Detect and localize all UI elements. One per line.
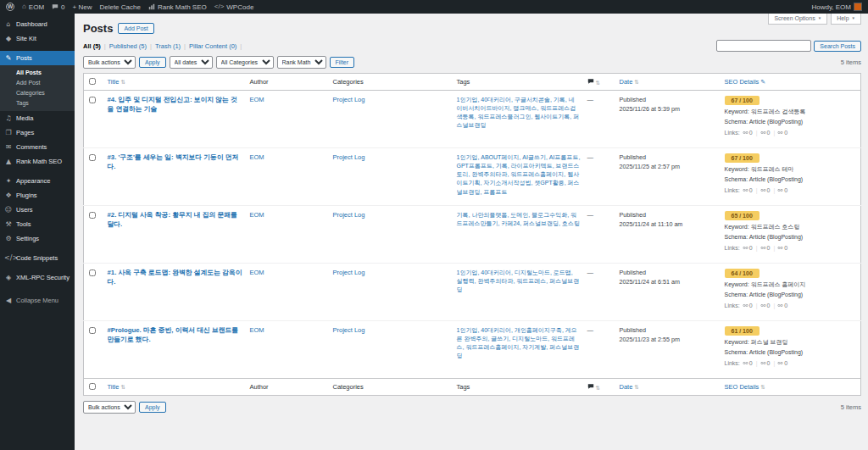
category-link[interactable]: Project Log [333, 153, 365, 161]
category-link[interactable]: Project Log [333, 96, 365, 103]
bulk-actions-select[interactable]: Bulk actions [83, 56, 136, 69]
apply-button-bottom[interactable]: Apply [139, 402, 166, 413]
new-label: + New [73, 3, 92, 11]
seo-keyword-value: 워드프레스 홈페이지 [751, 281, 806, 287]
sidebar-item-label: Posts [16, 54, 32, 62]
rank-math-filter-select[interactable]: Rank Math [277, 56, 326, 69]
select-all-checkbox[interactable] [89, 78, 96, 85]
rank-math-icon [148, 3, 155, 10]
sidebar-item-pages[interactable]: ❐ Pages [0, 125, 75, 140]
new-content-menu[interactable]: + New [73, 3, 92, 11]
sidebar-item-settings[interactable]: ⚙ Settings [0, 231, 75, 246]
tags-links[interactable]: 1인기업, 40대커리어, 개인홈페이지구축, 게으른 완벽주의, 글쓰기, 디… [457, 326, 581, 361]
site-name-menu[interactable]: ⌂ EOM [22, 3, 44, 11]
users-icon: ☺ [4, 206, 13, 214]
sidebar-item-code-snippets[interactable]: </> Code Snippets [0, 251, 75, 265]
view-published-link[interactable]: Published (5) [109, 42, 147, 50]
comments-menu[interactable]: 0 [52, 3, 64, 11]
bulk-actions-select-bottom[interactable]: Bulk actions [83, 401, 136, 414]
row-checkbox[interactable] [89, 154, 96, 161]
sidebar-item-xmlrpc-security[interactable]: ◈ XML-RPC Security [0, 270, 75, 285]
submenu-add-post[interactable]: Add Post [0, 77, 75, 87]
sidebar-item-dashboard[interactable]: ⌂ Dashboard [0, 17, 75, 31]
posts-table: Title⇅ Author Categories Tags ⇅ Date⇅ SE… [83, 73, 861, 396]
date-filter-select[interactable]: All dates [170, 56, 213, 69]
seo-keyword-value: 워드프레스 검색등록 [751, 108, 806, 114]
footer-header-comments[interactable]: ⇅ [584, 379, 616, 396]
category-link[interactable]: Project Log [333, 326, 365, 334]
sidebar-item-media[interactable]: ♫ Media [0, 111, 75, 125]
sidebar-item-users[interactable]: ☺ Users [0, 203, 75, 217]
author-link[interactable]: EOM [250, 153, 264, 161]
footer-header-title[interactable]: Title⇅ [104, 379, 247, 396]
row-checkbox[interactable] [89, 97, 96, 103]
sort-icon: ⇅ [120, 79, 125, 85]
wordpress-logo-menu[interactable]: W [6, 3, 14, 11]
apply-button[interactable]: Apply [139, 57, 166, 68]
sidebar-item-plugins[interactable]: ❖ Plugins [0, 188, 75, 203]
search-input[interactable] [716, 40, 811, 52]
comments-icon: ✉ [4, 143, 13, 151]
select-all-checkbox[interactable] [89, 383, 96, 390]
view-pillar-content-link[interactable]: Pillar Content (0) [189, 42, 236, 50]
wpcode-label: WPCode [226, 3, 253, 11]
post-title-link[interactable]: #3. '구조'를 세우는 일: 벽지보다 기둥이 먼저다. [108, 153, 243, 172]
delete-cache-menu[interactable]: Delete Cache [99, 3, 140, 11]
column-seo-label: SEO Details [725, 383, 760, 391]
category-filter-select[interactable]: All Categories [216, 56, 274, 69]
post-title-link[interactable]: #1. 사옥 구축 로드맵: 완벽한 설계도는 감옥이다. [108, 269, 243, 287]
sidebar-item-appearance[interactable]: ✦ Appearance [0, 174, 75, 188]
footer-header-seo-details[interactable]: SEO Details⇅ [721, 379, 861, 396]
screen-options-button[interactable]: Screen Options ▼ [768, 14, 827, 25]
add-post-button[interactable]: Add Post [118, 23, 153, 34]
column-header-comments[interactable]: ⇅ [584, 74, 616, 91]
comment-bubble-icon [52, 3, 58, 10]
incoming-link-icon [777, 303, 783, 308]
category-link[interactable]: Project Log [333, 211, 365, 219]
seo-links-label: Links: [725, 244, 740, 252]
collapse-menu-button[interactable]: ◀ Collapse Menu [0, 293, 75, 308]
sidebar-item-rank-math[interactable]: ▲ Rank Math SEO [0, 154, 75, 169]
filter-button[interactable]: Filter [330, 57, 355, 68]
wordpress-logo-icon: W [6, 3, 14, 11]
wpcode-menu[interactable]: </> WPCode [214, 3, 254, 11]
help-button[interactable]: Help ▼ [831, 14, 861, 25]
author-link[interactable]: EOM [250, 96, 264, 103]
column-header-seo-details[interactable]: SEO Details✎ [721, 74, 861, 91]
column-header-title[interactable]: Title⇅ [104, 74, 247, 91]
external-links-count: 0 [760, 129, 776, 136]
rank-math-menu[interactable]: Rank Math SEO [148, 3, 207, 11]
row-checkbox[interactable] [89, 327, 96, 334]
post-title-link[interactable]: #Prologue. 마흔 중반, 이력서 대신 브랜드를 만들기로 했다. [108, 326, 243, 345]
tags-links[interactable]: 1인기업, 40대커리어, 디지털노마드, 로드맵, 실행력, 완벽주의타파, … [457, 269, 581, 294]
submenu-tags[interactable]: Tags [0, 97, 75, 108]
footer-header-date[interactable]: Date⇅ [616, 379, 721, 396]
row-checkbox[interactable] [89, 212, 96, 219]
author-link[interactable]: EOM [250, 211, 264, 219]
tags-links[interactable]: 1인기업, ABOUT페이지, AI글쓰기, AI프롬프트, GPT프롬프트, … [457, 153, 581, 197]
view-trash-link[interactable]: Trash (1) [155, 42, 181, 50]
tags-links[interactable]: 기록, 나만의플랫폼, 도메인, 블로그수익화, 워드프레스만들기, 카페24,… [457, 211, 581, 228]
category-link[interactable]: Project Log [333, 269, 365, 276]
post-title-link[interactable]: #4. 입주 및 디지털 전입신고: 보이지 않는 것을 연결하는 기술 [108, 96, 243, 114]
seo-keyword-label: Keyword: [725, 339, 749, 345]
sidebar-item-posts[interactable]: ✎ Posts [0, 51, 75, 65]
sidebar-item-comments[interactable]: ✉ Comments [0, 140, 75, 154]
column-header-date[interactable]: Date⇅ [616, 74, 721, 91]
search-posts-button[interactable]: Search Posts [814, 41, 861, 52]
howdy-account-menu[interactable]: Howdy, EOM [811, 3, 862, 11]
post-title-link[interactable]: #2. 디지털 사옥 착공: 황무지 내 집의 문패를 달다. [108, 211, 243, 230]
author-link[interactable]: EOM [250, 269, 264, 276]
submenu-all-posts[interactable]: All Posts [0, 67, 75, 77]
plugins-icon: ❖ [4, 192, 13, 199]
row-checkbox[interactable] [89, 269, 96, 276]
external-links-count: 0 [760, 359, 776, 367]
sidebar-item-site-kit[interactable]: ◆ Site Kit [0, 31, 75, 46]
seo-links-label: Links: [725, 129, 740, 136]
view-all-link[interactable]: All (5) [83, 42, 101, 50]
tags-links[interactable]: 1인기업, 40대커리어, 구글서치콘솔, 기록, 네이버서치어드바이저, 랭크… [457, 96, 581, 131]
author-link[interactable]: EOM [250, 326, 264, 334]
column-date-label: Date [620, 78, 633, 86]
sidebar-item-tools[interactable]: ⚒ Tools [0, 217, 75, 231]
submenu-categories[interactable]: Categories [0, 87, 75, 97]
